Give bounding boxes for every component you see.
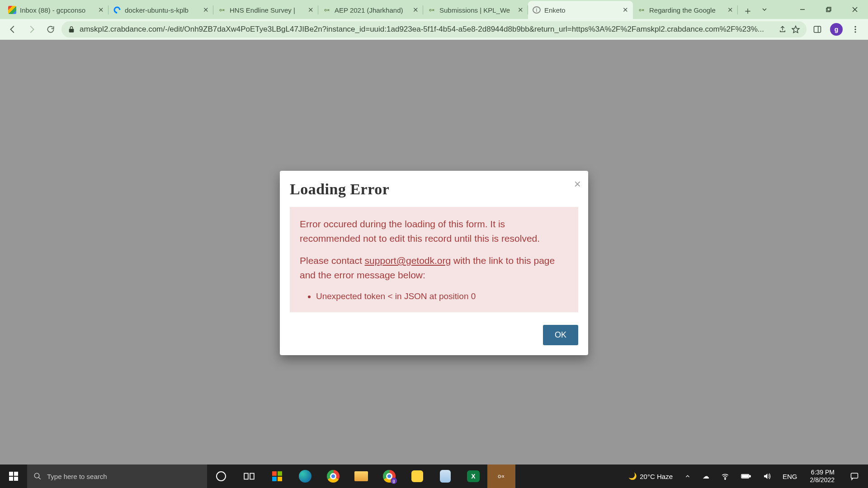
svg-rect-1	[115, 11, 116, 12]
odk-app-icon[interactable]: o∝	[487, 465, 515, 488]
battery-icon[interactable]	[737, 465, 755, 488]
svg-rect-15	[250, 474, 254, 479]
clock-time: 6:39 PM	[811, 469, 835, 476]
url-text: amskpl2.crabdance.com/-/edit/Onh9ZB7daXw…	[80, 25, 774, 34]
weather-text: 20°C Haze	[640, 473, 673, 480]
digitalocean-icon	[113, 6, 121, 14]
language-indicator[interactable]: ENG	[779, 465, 801, 488]
svg-rect-19	[742, 475, 749, 477]
maximize-button[interactable]	[816, 0, 842, 19]
tab-title: Enketo	[544, 6, 618, 14]
wifi-icon[interactable]	[717, 465, 733, 488]
file-explorer-icon[interactable]	[347, 465, 375, 488]
tab-title: AEP 2021 (Jharkhand)	[335, 6, 409, 14]
tab-title: Inbox (88) - gcpconso	[20, 6, 94, 14]
dialog-title: Loading Error	[290, 181, 578, 198]
notepad-icon[interactable]	[431, 465, 459, 488]
enketo-icon: i	[533, 6, 541, 14]
svg-point-12	[34, 473, 39, 478]
close-icon[interactable]: ✕	[203, 6, 209, 14]
tab-title: Submissions | KPL_We	[439, 6, 514, 14]
odk-icon: o∝	[428, 6, 436, 14]
svg-rect-20	[851, 473, 858, 478]
close-icon[interactable]: ✕	[727, 6, 733, 14]
reload-button[interactable]	[42, 21, 59, 38]
search-icon	[33, 472, 42, 480]
tab-title: docker-ubuntu-s-kplb	[125, 6, 199, 14]
chrome-profile-icon[interactable]: g	[375, 465, 403, 488]
svg-point-16	[725, 479, 726, 479]
avatar-initial: g	[835, 26, 839, 33]
weather-widget[interactable]: 🌙 20°C Haze	[625, 465, 676, 488]
search-placeholder: Type here to search	[47, 473, 107, 480]
error-list-item: Unexpected token < in JSON at position 0	[316, 290, 568, 303]
volume-icon[interactable]	[759, 465, 774, 488]
taskbar-search[interactable]: Type here to search	[27, 465, 207, 488]
tab-odk-2[interactable]: o∝ AEP 2021 (Jharkhand) ✕	[318, 1, 423, 19]
excel-icon[interactable]: X	[459, 465, 487, 488]
tray-chevron-icon[interactable]	[681, 465, 694, 488]
task-view-icon[interactable]	[235, 465, 263, 488]
new-tab-button[interactable]: ＋	[740, 3, 756, 19]
ok-button[interactable]: OK	[543, 325, 578, 345]
gmail-icon	[8, 6, 16, 14]
tab-gmail[interactable]: Inbox (88) - gcpconso ✕	[4, 1, 108, 19]
windows-taskbar: Type here to search g X o∝ 🌙 20°C Haze ☁…	[0, 465, 868, 488]
address-bar[interactable]: amskpl2.crabdance.com/-/edit/Onh9ZB7daXw…	[61, 21, 807, 38]
close-icon[interactable]: ✕	[412, 6, 419, 14]
system-tray: 🌙 20°C Haze ☁ ENG 6:39 PM 2/8/2022	[625, 465, 868, 488]
tab-enketo[interactable]: i Enketo ✕	[528, 1, 633, 19]
taskbar-pins: g X o∝	[207, 465, 515, 488]
cortana-icon[interactable]	[207, 465, 235, 488]
odk-icon: o∝	[637, 6, 646, 14]
window-close-button[interactable]	[842, 0, 868, 19]
kebab-menu-icon[interactable]	[847, 21, 863, 38]
back-button[interactable]	[5, 21, 21, 38]
close-icon[interactable]: ✕	[622, 6, 628, 14]
tab-odk-3[interactable]: o∝ Submissions | KPL_We ✕	[423, 1, 528, 19]
close-icon[interactable]: ✕	[307, 6, 314, 14]
bookmark-star-icon[interactable]	[791, 25, 800, 34]
odk-icon: o∝	[218, 6, 226, 14]
browser-toolbar: amskpl2.crabdance.com/-/edit/Onh9ZB7daXw…	[0, 19, 868, 40]
onedrive-icon[interactable]: ☁	[699, 465, 713, 488]
tab-list-dropdown[interactable]	[756, 0, 773, 19]
error-paragraph-1: Error occured during the loading of this…	[300, 217, 568, 245]
lock-icon	[68, 26, 75, 33]
tab-digitalocean[interactable]: docker-ubuntu-s-kplb ✕	[108, 1, 213, 19]
edge-icon[interactable]	[291, 465, 319, 488]
error-list: Unexpected token < in JSON at position 0	[300, 290, 568, 303]
svg-point-10	[854, 28, 856, 30]
minimize-button[interactable]	[789, 0, 816, 19]
sticky-notes-icon[interactable]	[403, 465, 431, 488]
svg-point-11	[854, 31, 856, 33]
svg-rect-4	[827, 7, 831, 11]
share-icon[interactable]	[778, 25, 787, 33]
profile-avatar[interactable]: g	[830, 23, 843, 36]
svg-line-13	[38, 477, 41, 479]
svg-rect-3	[826, 8, 830, 12]
support-email-link[interactable]: support@getodk.org	[365, 255, 451, 266]
clock[interactable]: 6:39 PM 2/8/2022	[806, 469, 840, 484]
action-center-icon[interactable]	[844, 465, 865, 488]
tab-odk-4[interactable]: o∝ Regarding the Google ✕	[633, 1, 738, 19]
side-panel-icon[interactable]	[809, 21, 826, 38]
tab-odk-1[interactable]: o∝ HNS Endline Survey | ✕	[213, 1, 318, 19]
close-icon[interactable]: ✕	[517, 6, 524, 14]
svg-point-9	[854, 26, 856, 28]
close-icon[interactable]: ✕	[98, 6, 104, 14]
error-alert: Error occured during the loading of this…	[290, 207, 578, 312]
forward-button[interactable]	[24, 21, 40, 38]
ms-store-icon[interactable]	[263, 465, 291, 488]
dialog-close-button[interactable]: ×	[574, 177, 581, 191]
browser-titlebar: Inbox (88) - gcpconso ✕ docker-ubuntu-s-…	[0, 0, 868, 19]
svg-rect-14	[244, 474, 248, 479]
loading-error-dialog: × Loading Error Error occured during the…	[280, 171, 588, 355]
clock-date: 2/8/2022	[810, 476, 835, 484]
start-button[interactable]	[0, 465, 27, 488]
weather-icon: 🌙	[628, 472, 637, 480]
svg-rect-7	[814, 26, 821, 32]
window-controls	[789, 0, 868, 19]
chrome-icon[interactable]	[319, 465, 347, 488]
tab-title: HNS Endline Survey |	[230, 6, 304, 14]
